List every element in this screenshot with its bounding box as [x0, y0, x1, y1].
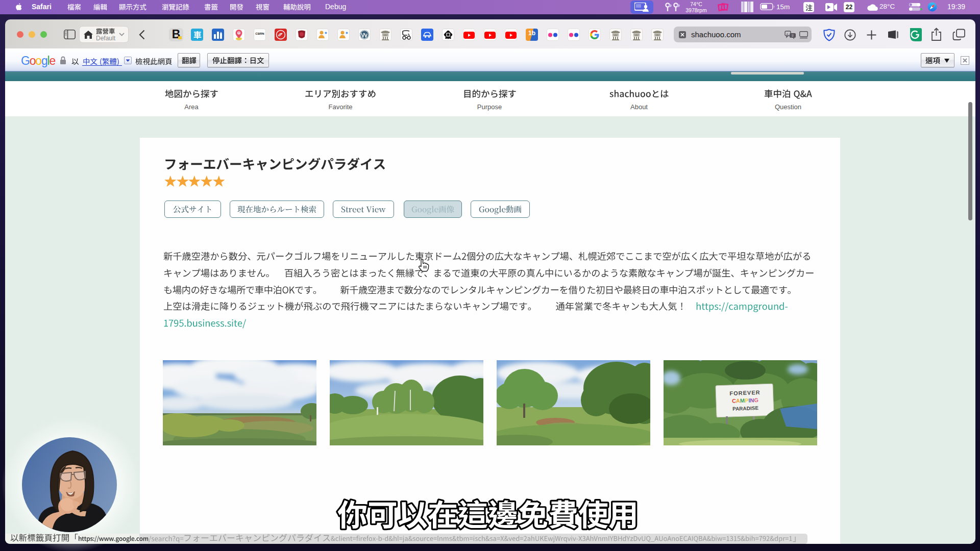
svg-text:CAMPING: CAMPING: [732, 397, 758, 404]
svg-text:PARADISE: PARADISE: [732, 405, 759, 412]
svg-text:文: 文: [791, 34, 794, 37]
svg-text:FOREVER: FOREVER: [729, 389, 761, 396]
svg-text:A: A: [786, 33, 788, 36]
